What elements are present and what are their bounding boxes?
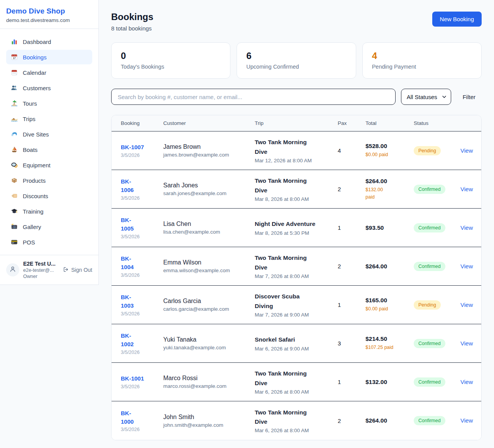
trip-name: Two Tank Morning Dive	[255, 253, 334, 272]
booking-id-link[interactable]: BK- 1003	[121, 293, 134, 310]
brand-block: Demo Dive Shop demo.test.divestreams.com	[0, 0, 98, 29]
tag-icon	[11, 192, 18, 199]
stat-value: 0	[121, 51, 221, 61]
paid-amount: $0.00 paid	[365, 151, 410, 158]
table-header: Booking Customer Trip Pax Total Status	[112, 115, 481, 131]
total-amount: $214.50	[365, 335, 410, 342]
stat-value: 6	[246, 51, 346, 61]
sidebar-item-training[interactable]: Training	[6, 204, 92, 219]
customer-name: Carlos Garcia	[163, 298, 251, 305]
booking-id-link[interactable]: BK- 1000	[121, 409, 134, 426]
booking-id-link[interactable]: BK- 1004	[121, 254, 134, 271]
sidebar-item-bookings[interactable]: 17Bookings	[6, 50, 92, 64]
trip-datetime: Mar 7, 2026 at 8:00 AM	[255, 273, 334, 279]
view-link[interactable]: View	[460, 147, 473, 154]
customer-name: Emma Wilson	[163, 259, 251, 266]
booking-id-link[interactable]: BK-1001	[121, 374, 144, 383]
shop-name: Demo Dive Shop	[6, 7, 92, 15]
booking-date: 3/5/2026	[121, 153, 159, 158]
status-badge: Confirmed	[414, 339, 445, 348]
wave-icon	[11, 131, 18, 138]
paid-amount: $132.00 paid	[365, 186, 410, 200]
total-amount: $264.00	[365, 263, 410, 270]
sidebar-item-label: Calendar	[23, 69, 46, 76]
sidebar-item-dashboard[interactable]: Dashboard	[6, 34, 92, 49]
trip-datetime: Mar 12, 2026 at 8:00 AM	[255, 158, 334, 163]
sidebar-item-label: Dive Sites	[23, 131, 49, 138]
stat-card-upcoming-confirmed: 6 Upcoming Confirmed	[237, 42, 356, 79]
dive-mask-icon	[11, 162, 18, 168]
sidebar-item-label: POS	[23, 239, 35, 246]
trip-name: Snorkel Safari	[255, 335, 334, 344]
sidebar-item-trips[interactable]: Trips	[6, 111, 92, 126]
sidebar: Demo Dive Shop demo.test.divestreams.com…	[0, 0, 99, 285]
column-header-trip: Trip	[255, 120, 338, 126]
new-booking-button[interactable]: New Booking	[432, 12, 482, 27]
booking-id-link[interactable]: BK- 1002	[121, 332, 134, 349]
status-filter-wrap: All Statuses	[401, 89, 451, 105]
view-link[interactable]: View	[460, 186, 473, 192]
trip-name: Two Tank Morning Dive	[255, 138, 334, 156]
view-link[interactable]: View	[460, 301, 473, 308]
customer-name: Marco Rossi	[163, 375, 251, 382]
table-row: BK-10073/5/2026James Brownjames.brown@ex…	[112, 131, 481, 170]
table-row: BK- 10043/5/2026Emma Wilsonemma.wilson@e…	[112, 247, 481, 286]
total-amount: $165.00	[365, 297, 410, 304]
search-input[interactable]	[111, 89, 396, 105]
pax-count: 3	[338, 340, 365, 347]
view-link[interactable]: View	[460, 379, 473, 385]
customer-email: james.brown@example.com	[163, 152, 251, 158]
booking-id-link[interactable]: BK-1007	[121, 143, 144, 152]
sidebar-item-tours[interactable]: Tours	[6, 96, 92, 111]
status-filter-select[interactable]: All Statuses	[401, 89, 451, 105]
customer-name: John Smith	[163, 414, 251, 421]
trip-name: Night Dive Adventure	[255, 219, 334, 229]
stat-label: Today's Bookings	[121, 64, 221, 70]
sidebar-item-calendar[interactable]: Calendar	[6, 65, 92, 80]
sidebar-item-discounts[interactable]: Discounts	[6, 189, 92, 203]
total-amount: $132.00	[365, 379, 410, 386]
page-title: Bookings	[111, 12, 153, 22]
stats-row: 0 Today's Bookings 6 Upcoming Confirmed …	[111, 42, 482, 79]
table-row: BK- 10023/5/2026Yuki Tanakayuki.tanaka@e…	[112, 324, 481, 363]
sidebar-item-gallery[interactable]: Gallery	[6, 219, 92, 234]
customer-email: emma.wilson@example.com	[163, 268, 251, 273]
bookings-table-body: BK-10073/5/2026James Brownjames.brown@ex…	[112, 131, 481, 440]
sign-out-label: Sign Out	[71, 267, 92, 273]
bar-chart-icon	[11, 38, 18, 45]
stat-label: Upcoming Confirmed	[246, 64, 346, 70]
column-header-status: Status	[414, 120, 460, 126]
controls-row: All Statuses Filter	[111, 89, 482, 105]
booking-id-link[interactable]: BK- 1005	[121, 216, 134, 233]
trip-datetime: Mar 6, 2026 at 8:00 AM	[255, 389, 334, 395]
trip-datetime: Mar 6, 2026 at 9:00 AM	[255, 346, 334, 352]
booking-date: 3/5/2026	[121, 311, 159, 317]
sidebar-item-label: Gallery	[23, 224, 41, 230]
view-link[interactable]: View	[460, 417, 473, 424]
credit-card-icon	[11, 239, 18, 246]
person-icon	[9, 265, 17, 275]
sidebar-item-products[interactable]: Products	[6, 173, 92, 188]
sidebar-item-boats[interactable]: Boats	[6, 142, 92, 157]
sidebar-item-dive-sites[interactable]: Dive Sites	[6, 127, 92, 141]
sidebar-item-pos[interactable]: POS	[6, 235, 92, 249]
pax-count: 2	[338, 186, 365, 192]
pax-count: 1	[338, 379, 365, 385]
view-link[interactable]: View	[460, 224, 473, 231]
shop-domain: demo.test.divestreams.com	[6, 17, 92, 23]
pax-count: 1	[338, 301, 365, 308]
view-link[interactable]: View	[460, 263, 473, 269]
customer-name: Lisa Chen	[163, 221, 251, 227]
grad-cap-icon	[11, 208, 18, 215]
table-row: BK- 10033/5/2026Carlos Garciacarlos.garc…	[112, 286, 481, 324]
sidebar-item-equipment[interactable]: Equipment	[6, 158, 92, 172]
sidebar-item-customers[interactable]: Customers	[6, 81, 92, 95]
view-link[interactable]: View	[460, 340, 473, 347]
sign-out-icon	[63, 266, 69, 274]
trip-datetime: Mar 8, 2026 at 8:00 AM	[255, 196, 334, 202]
main-content: Bookings 8 total bookings New Booking 0 …	[99, 0, 494, 448]
status-badge: Pending	[414, 146, 441, 155]
sign-out-button[interactable]: Sign Out	[63, 266, 92, 274]
filter-button[interactable]: Filter	[457, 91, 482, 103]
booking-id-link[interactable]: BK- 1006	[121, 177, 134, 194]
